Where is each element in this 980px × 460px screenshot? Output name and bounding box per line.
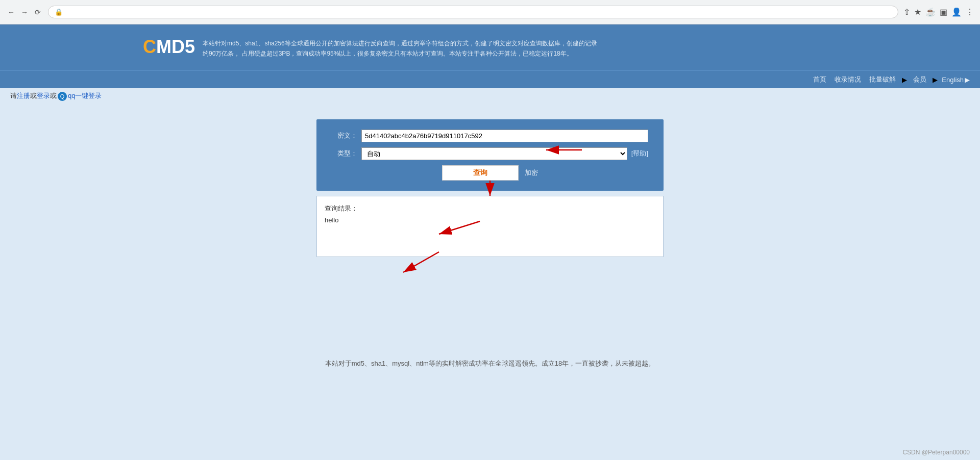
nav-member[interactable]: 会员: [911, 74, 928, 85]
language-label: English: [942, 76, 964, 84]
address-bar[interactable]: 🔒 cmd5.com/default.aspx: [48, 6, 898, 18]
nav-collection[interactable]: 收录情况: [832, 74, 863, 85]
logo-c: C: [143, 36, 156, 57]
user-bar: 请注册或登录或Qqq一键登录: [0, 88, 980, 104]
footer-note: 本站对于md5、sha1、mysql、ntlm等的实时解密成功率在全球遥遥领先。…: [325, 359, 655, 368]
user-bar-prefix: 请: [10, 92, 17, 99]
share-icon[interactable]: ⇧: [903, 7, 910, 17]
login-link[interactable]: 登录: [37, 92, 50, 99]
cipher-row: 密文：: [332, 130, 648, 142]
site-description: 本站针对md5、sha1、sha256等全球通用公开的加密算法进行反向查询，通过…: [203, 36, 601, 59]
cipher-input[interactable]: [361, 130, 648, 142]
nav-home[interactable]: 首页: [811, 74, 828, 85]
window-icon[interactable]: ▣: [940, 7, 947, 17]
query-button[interactable]: 查询: [442, 165, 519, 181]
search-panel: 密文： 类型： 自动 [帮助] 查询 加密: [316, 119, 664, 191]
results-panel: 查询结果： hello: [316, 196, 664, 257]
browser-chrome: ← → ⟳ 🔒 cmd5.com/default.aspx ⇧ ★ ☕ ▣ 👤 …: [0, 0, 980, 24]
main-content: 密文： 类型： 自动 [帮助] 查询 加密 查询结果： hello: [0, 104, 980, 384]
qq-icon: Q: [58, 92, 67, 101]
type-row: 类型： 自动 [帮助]: [332, 147, 648, 160]
watermark: CSDN @Peterpan00000: [902, 449, 970, 456]
type-label: 类型：: [332, 149, 357, 158]
site-header: CMD5 本站针对md5、sha1、sha256等全球通用公开的加密算法进行反向…: [0, 24, 980, 70]
cipher-label: 密文：: [332, 131, 357, 140]
encrypt-link[interactable]: 加密: [525, 168, 538, 177]
help-link[interactable]: [帮助]: [631, 149, 648, 158]
results-label: 查询结果：: [325, 204, 655, 213]
forward-button[interactable]: →: [19, 7, 30, 17]
extensions-icon[interactable]: ☕: [925, 7, 936, 17]
url-input[interactable]: cmd5.com/default.aspx: [66, 8, 892, 16]
bookmark-icon[interactable]: ★: [914, 7, 921, 17]
browser-nav-buttons: ← → ⟳: [6, 7, 43, 17]
register-link[interactable]: 注册: [17, 92, 30, 99]
nav-batch-crack[interactable]: 批量破解: [867, 74, 898, 85]
language-switcher[interactable]: English▶: [942, 76, 970, 84]
browser-actions: ⇧ ★ ☕ ▣ 👤 ⋮: [903, 7, 974, 17]
user-bar-or2: 或: [50, 92, 57, 99]
site-header-left: CMD5 本站针对md5、sha1、sha256等全球通用公开的加密算法进行反向…: [0, 36, 601, 59]
qq-login-link[interactable]: qq一键登录: [68, 92, 102, 99]
menu-icon[interactable]: ⋮: [966, 7, 974, 17]
top-nav: 首页 收录情况 批量破解▶ 会员▶ English▶: [0, 70, 980, 88]
site-logo: CMD5: [143, 36, 195, 58]
user-bar-or1: 或: [30, 92, 37, 99]
logo-md5: MD5: [156, 36, 195, 57]
profile-icon[interactable]: 👤: [951, 7, 962, 17]
refresh-button[interactable]: ⟳: [33, 7, 43, 17]
type-select[interactable]: 自动: [361, 147, 627, 160]
search-actions: 查询 加密: [332, 165, 648, 181]
lock-icon: 🔒: [55, 8, 63, 16]
back-button[interactable]: ←: [6, 7, 16, 17]
results-value: hello: [325, 216, 655, 224]
